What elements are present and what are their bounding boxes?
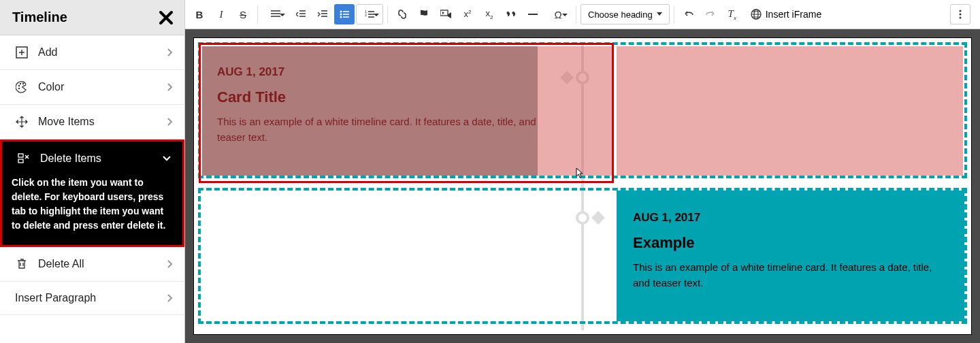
choose-heading-dropdown[interactable]: Choose heading <box>581 4 670 24</box>
timeline-card[interactable]: AUG 1, 2017 Card Title This is an exampl… <box>201 45 583 165</box>
delete-highlight <box>617 46 963 176</box>
blockquote-button[interactable] <box>501 4 521 24</box>
flag-button[interactable] <box>414 4 434 24</box>
sidebar-item-move[interactable]: Move Items <box>0 105 184 140</box>
bold-button[interactable]: B <box>189 4 210 24</box>
svg-point-2 <box>20 83 21 84</box>
separator <box>257 5 258 23</box>
sidebar-item-delete[interactable]: Delete Items Click on the item you want … <box>0 140 184 247</box>
svg-point-8 <box>340 14 342 16</box>
card-date: AUG 1, 2017 <box>217 65 566 79</box>
sidebar-item-label: Delete Items <box>40 152 101 165</box>
svg-point-9 <box>340 16 342 18</box>
timeline-card-row[interactable]: AUG 1, 2017 Example This is an example o… <box>198 188 967 324</box>
special-char-button[interactable]: Ω <box>544 4 572 24</box>
sidebar-item-label: Delete All <box>38 258 84 270</box>
trash-icon <box>15 257 29 271</box>
timeline-card[interactable]: AUG 1, 2017 Example This is an example o… <box>617 191 964 321</box>
choose-heading-label: Choose heading <box>588 10 653 20</box>
sidebar-item-label: Color <box>38 81 64 93</box>
chevron-right-icon <box>167 82 174 92</box>
superscript-button[interactable]: x2 <box>457 4 478 24</box>
sidebar-item-label: Add <box>38 46 57 59</box>
redo-button[interactable] <box>700 4 721 24</box>
sidebar-item-label: Insert Paragraph <box>15 292 96 304</box>
strikethrough-button[interactable]: S <box>233 4 253 24</box>
sidebar-title: Timeline <box>12 10 67 25</box>
insert-iframe-button[interactable]: Insert iFrame <box>744 4 828 24</box>
sidebar-item-add[interactable]: Add <box>0 35 184 70</box>
app-root: Timeline Add Color <box>0 0 980 343</box>
delete-items-icon <box>17 152 31 165</box>
sidebar: Timeline Add Color <box>0 0 185 343</box>
card-title: Example <box>633 234 948 252</box>
palette-icon <box>15 80 29 94</box>
chevron-right-icon <box>167 117 174 127</box>
move-icon <box>15 115 29 129</box>
card-date: AUG 1, 2017 <box>633 211 948 225</box>
svg-rect-5 <box>18 154 23 157</box>
numbered-list-button[interactable]: 12 <box>356 4 383 24</box>
chevron-right-icon <box>167 48 174 57</box>
media-button[interactable] <box>436 4 456 24</box>
align-button[interactable] <box>262 4 289 24</box>
chevron-down-icon <box>162 155 172 162</box>
sidebar-item-insert-paragraph[interactable]: Insert Paragraph <box>0 282 184 315</box>
svg-point-18 <box>960 17 962 19</box>
subscript-button[interactable]: x2 <box>479 4 500 24</box>
svg-point-17 <box>960 14 962 16</box>
link-button[interactable] <box>392 4 412 24</box>
timeline-card-row[interactable]: AUG 1, 2017 Card Title This is an exampl… <box>198 42 967 178</box>
indent-button[interactable] <box>312 4 333 24</box>
undo-button[interactable] <box>679 4 699 24</box>
chevron-right-icon <box>167 259 174 269</box>
main-area: B I S 12 <box>185 0 980 343</box>
card-title: Card Title <box>217 88 566 106</box>
sidebar-header: Timeline <box>0 0 184 35</box>
svg-rect-13 <box>528 14 538 15</box>
delete-instructions: Click on the item you want to delete. Fo… <box>2 176 182 245</box>
italic-button[interactable]: I <box>211 4 231 24</box>
svg-point-3 <box>22 83 24 84</box>
clear-formatting-button[interactable]: Tx <box>722 4 742 24</box>
sidebar-item-label: Move Items <box>38 116 95 128</box>
cursor-icon <box>574 167 585 180</box>
close-icon[interactable] <box>159 10 174 25</box>
separator <box>387 5 388 23</box>
svg-point-1 <box>18 85 20 86</box>
card-teaser: This is an example of a white timeline c… <box>217 114 566 145</box>
separator <box>576 5 576 23</box>
svg-point-16 <box>960 10 962 12</box>
horizontal-rule-button[interactable] <box>523 4 543 24</box>
svg-point-7 <box>340 11 342 13</box>
svg-point-4 <box>18 88 20 89</box>
card-teaser: This is an example of a white timeline c… <box>633 260 948 291</box>
chevron-right-icon <box>167 293 174 303</box>
insert-iframe-label: Insert iFrame <box>766 9 821 20</box>
bullet-list-button[interactable] <box>334 4 355 24</box>
svg-rect-6 <box>18 159 23 163</box>
outdent-button[interactable] <box>291 4 311 24</box>
more-options-button[interactable] <box>950 4 970 24</box>
sidebar-item-color[interactable]: Color <box>0 70 184 105</box>
svg-text:2: 2 <box>365 13 367 17</box>
separator <box>674 5 674 23</box>
editor-canvas-wrap: AUG 1, 2017 Card Title This is an exampl… <box>185 29 980 343</box>
sidebar-item-delete-all[interactable]: Delete All <box>0 247 184 282</box>
add-icon <box>15 46 29 59</box>
editor-canvas[interactable]: AUG 1, 2017 Card Title This is an exampl… <box>193 37 972 335</box>
editor-toolbar: B I S 12 <box>185 0 980 29</box>
